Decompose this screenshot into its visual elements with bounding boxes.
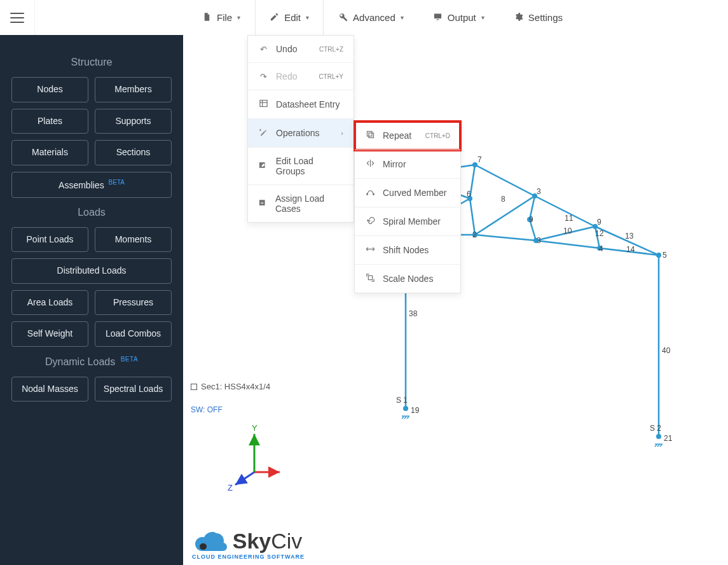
op-scale-nodes[interactable]: Scale Nodes: [355, 265, 460, 293]
svg-line-28: [536, 241, 600, 248]
svg-text:9: 9: [529, 215, 533, 224]
svg-text:10: 10: [563, 227, 572, 235]
btn-members[interactable]: Members: [95, 77, 172, 102]
edit-load-groups[interactable]: Edit Load Groups: [248, 148, 354, 185]
op-spiral-label: Spiral Member: [383, 216, 441, 227]
op-spiral-member[interactable]: Spiral Member: [355, 207, 460, 236]
svg-text:3: 3: [537, 187, 541, 196]
sidebar: Structure Nodes Members Plates Supports …: [0, 35, 183, 565]
brand-logo: SkyCiv CLOUD ENGINEERING SOFTWARE: [192, 529, 305, 560]
svg-text:9: 9: [597, 218, 601, 227]
svg-line-69: [235, 472, 254, 485]
file-icon: [202, 12, 212, 24]
edit-assign-load-cases[interactable]: Assign Load Cases: [248, 185, 354, 222]
menu-output-label: Output: [448, 12, 476, 23]
table-icon: [258, 99, 268, 110]
sidebar-structure-title: Structure: [11, 57, 172, 68]
axis-gizmo: X Y Z: [210, 424, 280, 494]
btn-pressures[interactable]: Pressures: [95, 290, 172, 316]
btn-assemblies[interactable]: Assemblies BETA: [11, 172, 172, 198]
svg-point-42: [656, 253, 661, 258]
svg-line-20: [475, 165, 535, 196]
chevron-down-icon: ▾: [401, 14, 404, 21]
btn-moments[interactable]: Moments: [95, 227, 172, 253]
chevron-down-icon: ▾: [237, 14, 240, 21]
shift-icon: [365, 244, 375, 256]
menu-advanced-label: Advanced: [353, 12, 395, 23]
edit-datasheet-entry[interactable]: Datasheet Entry: [248, 90, 354, 119]
beta-badge: BETA: [109, 179, 125, 186]
svg-rect-0: [259, 101, 266, 107]
btn-materials[interactable]: Materials: [11, 140, 88, 165]
edit-undo-label: Undo: [276, 44, 297, 54]
svg-text:S 1: S 1: [396, 396, 408, 405]
undo-icon: ↶: [258, 45, 268, 54]
btn-plates[interactable]: Plates: [11, 109, 88, 134]
op-repeat[interactable]: Repeat CTRL+D: [355, 122, 460, 150]
btn-load-combos[interactable]: Load Combos: [95, 321, 172, 347]
svg-point-10: [367, 220, 368, 221]
brand-text: SkyCiv: [233, 529, 303, 554]
btn-area-loads[interactable]: Area Loads: [11, 290, 88, 316]
sw-status: SW: OFF: [191, 405, 223, 414]
menu-settings-label: Settings: [528, 12, 563, 23]
svg-rect-6: [367, 132, 372, 137]
op-shift-label: Shift Nodes: [383, 245, 429, 255]
menu-output[interactable]: Output ▾: [418, 0, 499, 35]
chevron-right-icon: ›: [341, 129, 343, 137]
edit-dropdown: ↶ Undo CTRL+Z ↷ Redo CTRL+Y Datasheet En…: [247, 35, 354, 223]
btn-nodes[interactable]: Nodes: [11, 77, 88, 102]
svg-text:2: 2: [472, 230, 477, 239]
menu-advanced[interactable]: Advanced ▾: [324, 0, 418, 35]
edit-operations[interactable]: Operations ›: [248, 119, 354, 148]
btn-point-loads[interactable]: Point Loads: [11, 227, 88, 253]
btn-self-weight[interactable]: Self Weight: [11, 321, 88, 347]
section-legend: Sec1: HSS4x4x1/4: [191, 382, 270, 391]
sidebar-dynamic-title: Dynamic Loads BETA: [11, 356, 172, 368]
svg-text:6: 6: [467, 190, 471, 199]
edit-datasheet-label: Datasheet Entry: [276, 99, 340, 109]
svg-text:S 2: S 2: [650, 424, 661, 433]
beta-badge: BETA: [121, 356, 138, 363]
btn-spectral-loads[interactable]: Spectral Loads: [95, 377, 172, 402]
menu-file[interactable]: File ▾: [188, 0, 255, 35]
cloud-logo-icon: [195, 529, 229, 554]
axis-z-label: Z: [228, 483, 233, 492]
menu-edit[interactable]: Edit ▾: [255, 0, 324, 35]
op-curved-member[interactable]: Curved Member: [355, 179, 460, 207]
edit-redo-label: Redo: [276, 71, 297, 81]
op-mirror[interactable]: Mirror: [355, 150, 460, 179]
top-menubar: File ▾ Edit ▾ Advanced ▾ Output ▾: [0, 0, 728, 35]
hamburger-icon: [10, 13, 24, 23]
operations-submenu: Repeat CTRL+D Mirror Curved Member Spira…: [354, 121, 461, 293]
svg-point-43: [403, 406, 408, 411]
hamburger-button[interactable]: [0, 0, 35, 35]
menu-settings[interactable]: Settings: [499, 0, 577, 35]
btn-supports[interactable]: Supports: [95, 109, 172, 134]
sidebar-loads-title: Loads: [11, 207, 172, 218]
redo-icon: ↷: [258, 72, 268, 81]
btn-nodal-masses[interactable]: Nodal Masses: [11, 377, 88, 402]
op-scale-label: Scale Nodes: [383, 274, 433, 284]
op-mirror-label: Mirror: [383, 159, 406, 169]
svg-text:11: 11: [565, 214, 573, 223]
svg-rect-12: [368, 276, 372, 279]
btn-assemblies-label: Assemblies: [58, 179, 104, 190]
main-menu: File ▾ Edit ▾ Advanced ▾ Output ▾: [188, 0, 577, 35]
svg-text:38: 38: [409, 309, 418, 318]
spiral-icon: [365, 216, 375, 227]
edit-operations-label: Operations: [276, 128, 319, 138]
btn-sections[interactable]: Sections: [95, 140, 172, 165]
btn-distributed-loads[interactable]: Distributed Loads: [11, 258, 172, 284]
wrench-icon: [338, 12, 348, 24]
op-curved-label: Curved Member: [383, 188, 446, 198]
svg-text:4: 4: [599, 244, 603, 253]
curve-icon: [365, 187, 375, 199]
edit-redo-kbd: CTRL+Y: [319, 73, 343, 80]
op-shift-nodes[interactable]: Shift Nodes: [355, 236, 460, 265]
edit-undo[interactable]: ↶ Undo CTRL+Z: [248, 36, 354, 63]
wand-icon: [258, 127, 268, 139]
svg-text:7: 7: [477, 155, 482, 164]
svg-point-44: [656, 434, 661, 439]
svg-text:5: 5: [663, 251, 667, 260]
